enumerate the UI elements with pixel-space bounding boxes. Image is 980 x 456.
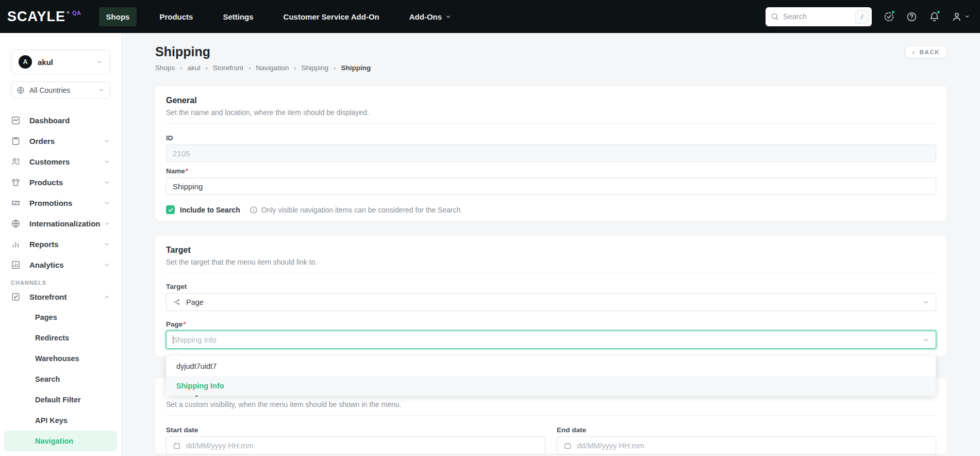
info-icon: [250, 206, 258, 214]
dropdown-option-selected[interactable]: Shipping Info: [166, 376, 936, 396]
id-label: ID: [166, 134, 936, 142]
breadcrumb-akul[interactable]: akul: [188, 64, 201, 72]
chevron-left-icon: ‹: [912, 48, 916, 56]
start-date-input[interactable]: dd/MM/yyyy HH:mm: [166, 436, 545, 454]
topnav-customer-service-addon[interactable]: Customer Service Add-On: [276, 7, 387, 26]
chevron-down-icon: [104, 200, 110, 206]
calendar-icon: [563, 442, 572, 450]
page-select-input[interactable]: Shipping Info: [166, 331, 936, 349]
sidebar-item-api-keys[interactable]: API Keys: [0, 410, 121, 431]
chevron-down-icon: [104, 138, 110, 144]
topnav-products[interactable]: Products: [152, 7, 200, 26]
global-search[interactable]: /: [766, 7, 872, 26]
target-card-title: Target: [166, 245, 936, 255]
status-dot: [891, 10, 895, 14]
sidebar-item-customers[interactable]: Customers: [0, 151, 121, 172]
sidebar-item-products[interactable]: Products: [0, 172, 121, 192]
topbar: SCAYLE ° QA Shops Products Settings Cust…: [0, 0, 980, 33]
storefront-icon: [11, 292, 21, 302]
country-label: All Countries: [29, 86, 70, 94]
customers-icon: [11, 157, 21, 167]
country-selector[interactable]: All Countries: [11, 82, 110, 99]
sidebar-item-redirects[interactable]: Redirects: [0, 328, 121, 348]
analytics-icon: [11, 260, 21, 270]
orders-icon: [11, 136, 21, 146]
chevron-down-icon: [104, 179, 110, 186]
calendar-icon: [173, 442, 181, 450]
breadcrumb-current: Shipping: [341, 64, 371, 72]
user-icon: [951, 11, 962, 22]
general-card-subtitle: Set the name and location, where the ite…: [166, 108, 936, 117]
help-icon[interactable]: [906, 11, 917, 22]
sidebar-item-default-filter[interactable]: Default Filter: [0, 389, 121, 410]
end-date-label: End date: [557, 426, 936, 434]
products-icon: [11, 177, 21, 187]
include-to-search-label[interactable]: Include to Search: [180, 206, 240, 214]
search-input[interactable]: [783, 12, 851, 21]
notifications-icon[interactable]: [928, 11, 940, 22]
chevron-down-icon: [104, 262, 110, 268]
sidebar-item-analytics[interactable]: Analytics: [0, 254, 121, 275]
scayle-admin-app: SCAYLE ° QA Shops Products Settings Cust…: [0, 0, 980, 456]
sidebar-item-navigation[interactable]: Navigation: [4, 431, 117, 451]
visibility-card-subtitle: Set a custom visibility, when the menu i…: [166, 400, 936, 409]
chevron-down-icon: [104, 241, 110, 248]
name-field[interactable]: [166, 177, 936, 195]
sidebar-menu: Dashboard Orders Customers Products: [0, 110, 121, 275]
required-asterisk: *: [186, 167, 188, 175]
scayle-logo[interactable]: SCAYLE ° QA: [7, 9, 81, 25]
qa-badge: QA: [72, 10, 81, 16]
chevron-down-icon: [98, 87, 105, 93]
name-label: Name*: [166, 167, 936, 175]
sidebar-item-orders[interactable]: Orders: [0, 131, 121, 151]
sidebar-item-dashboard[interactable]: Dashboard: [0, 110, 121, 131]
dropdown-option[interactable]: dyjudt7uidt7: [166, 356, 936, 376]
sidebar-item-search[interactable]: Search: [0, 369, 121, 389]
include-to-search-checkbox[interactable]: [166, 205, 175, 214]
logo-degree-mark: °: [67, 9, 70, 18]
include-to-search-hint: Only visible navigation items can be con…: [261, 206, 461, 214]
shop-selector[interactable]: A akul: [11, 50, 110, 74]
sidebar-item-storefront[interactable]: Storefront: [0, 286, 121, 307]
profile-menu[interactable]: [951, 11, 970, 22]
sidebar-item-reports[interactable]: Reports: [0, 234, 121, 254]
chevron-down-icon: [104, 158, 110, 165]
target-card: Target Set the target that the menu item…: [155, 236, 947, 356]
start-date-placeholder: dd/MM/yyyy HH:mm: [186, 442, 254, 450]
topbar-right: /: [766, 7, 970, 26]
back-button[interactable]: ‹ BACK: [905, 45, 947, 58]
general-card: General Set the name and location, where…: [155, 86, 947, 221]
required-asterisk: *: [183, 320, 186, 328]
reports-icon: [11, 239, 21, 249]
end-date-placeholder: dd/MM/yyyy HH:mm: [577, 442, 644, 450]
channels-section-label: CHANNELS: [0, 280, 121, 286]
storefront-submenu: Pages Redirects Warehouses Search Defaul…: [0, 307, 121, 451]
breadcrumb-navigation[interactable]: Navigation: [256, 64, 289, 72]
search-icon: [771, 12, 779, 21]
sidebar-item-pages[interactable]: Pages: [0, 307, 121, 328]
chevron-up-icon: [104, 294, 110, 300]
general-card-title: General: [166, 95, 936, 106]
breadcrumb-shops[interactable]: Shops: [155, 64, 175, 72]
sidebar-item-promotions[interactable]: Promotions: [0, 192, 121, 213]
target-card-subtitle: Set the target that the menu item should…: [166, 257, 936, 267]
id-field: [166, 144, 936, 162]
split-arrows-icon: [173, 298, 181, 306]
chevron-down-icon: [96, 59, 103, 66]
chevron-down-icon: [922, 299, 929, 306]
topnav-settings[interactable]: Settings: [215, 7, 260, 26]
chevron-down-icon: [922, 336, 929, 344]
breadcrumb-storefront[interactable]: Storefront: [213, 64, 243, 72]
sidebar-item-internationalization[interactable]: Internationalization: [0, 213, 121, 234]
topnav-shops[interactable]: Shops: [99, 7, 137, 26]
shop-avatar: A: [19, 55, 32, 69]
breadcrumb-shipping[interactable]: Shipping: [302, 64, 329, 72]
logo-text: SCAYLE: [7, 9, 65, 25]
end-date-input[interactable]: dd/MM/yyyy HH:mm: [557, 436, 936, 454]
shop-name: akul: [38, 58, 53, 67]
chevron-down-icon: [965, 14, 970, 19]
sidebar-item-warehouses[interactable]: Warehouses: [0, 348, 121, 369]
target-type-select[interactable]: Page: [166, 293, 936, 311]
topnav-addons[interactable]: Add-Ons: [402, 7, 458, 26]
release-status-icon[interactable]: [883, 11, 894, 22]
